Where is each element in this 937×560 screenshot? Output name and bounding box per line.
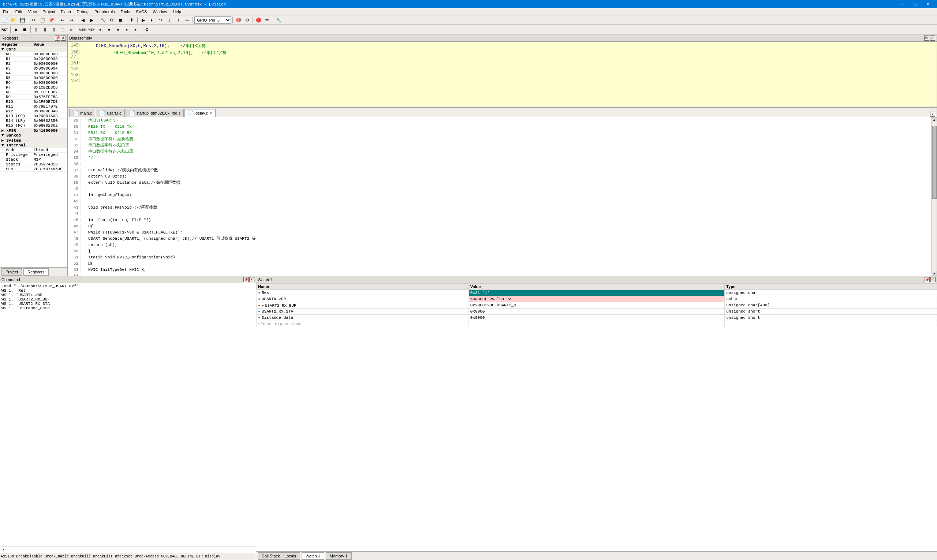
tb-settings[interactable]: ⚙ — [243, 16, 251, 24]
code-line-46[interactable]: 46□{ — [68, 223, 931, 229]
tb-new[interactable]: 📄 — [1, 16, 9, 24]
code-line-33[interactable]: 33串口数据字符2-戴口罩 — [68, 142, 931, 148]
tb-download[interactable]: ⬇ — [128, 16, 136, 24]
tab-main-c[interactable]: 📄 main.c — [69, 109, 95, 117]
tb2-b1[interactable]: {} — [32, 26, 40, 34]
code-line-51[interactable]: 51static void NVIC_Configuration(void) — [68, 254, 931, 260]
tb-stepover[interactable]: ↷ — [157, 16, 165, 24]
cmd-pin-btn[interactable]: 📌 — [243, 277, 249, 282]
scroll-down-btn[interactable]: ▼ — [932, 271, 937, 276]
tab-delay-c[interactable]: 📄 delay.c ✕ — [185, 109, 215, 117]
scroll-up-btn[interactable]: ▲ — [932, 117, 937, 122]
code-line-30[interactable]: 30PB10 TX -- K210 TX — [68, 123, 931, 129]
menu-debug[interactable]: Debug — [74, 8, 91, 15]
reg-group-banked[interactable]: ▼ Banked — [0, 133, 67, 138]
tb2-run2[interactable]: ▶ — [12, 26, 20, 34]
code-line-31[interactable]: 31PB11 RX -- K210 RX — [68, 129, 931, 136]
watch-pin-btn[interactable]: 📌 — [925, 277, 930, 282]
tb2-b4[interactable]: {} — [58, 26, 67, 34]
code-line-47[interactable]: 47 while (!(USART1->SR & USART_FLAG_TXE)… — [68, 229, 931, 235]
code-line-29[interactable]: 29串口3(USART3) — [68, 117, 931, 123]
tb-stop[interactable]: ⏹ — [116, 16, 125, 24]
tab-call-stack-locals[interactable]: Call Stack + Locals — [258, 552, 300, 560]
tb-target[interactable]: 🎯 — [234, 16, 242, 24]
code-line-53[interactable]: 53 NVIC_InitTypeDef NVIC_X; — [68, 266, 931, 273]
tb-breakpoints[interactable]: 🔴 — [254, 16, 262, 24]
close-button[interactable]: ✕ — [922, 0, 934, 8]
tb2-stop2[interactable]: ⏹ — [21, 26, 29, 34]
tab-project[interactable]: Project — [2, 268, 22, 275]
tab-watch-1[interactable]: Watch 1 — [302, 552, 324, 560]
tab-delay-close[interactable]: ✕ — [209, 111, 212, 115]
tb2-b5[interactable]: ▷ — [67, 26, 75, 34]
gpio-combo[interactable]: GPIO_Pin_3 — [194, 17, 231, 24]
tb2-b3[interactable]: {} — [50, 26, 58, 34]
tb-runtocursor[interactable]: ⇒ — [183, 16, 191, 24]
tb2-disp3[interactable]: ■ — [114, 26, 122, 34]
menu-svcs[interactable]: SVCS — [133, 8, 150, 15]
tb-build[interactable]: 🔨 — [99, 16, 107, 24]
menu-flash[interactable]: Flash — [58, 8, 74, 15]
tb2-disp[interactable]: ■ — [96, 26, 104, 34]
code-line-35[interactable]: 35*/ — [68, 154, 931, 161]
registers-pin-btn[interactable]: 📌 — [55, 35, 60, 41]
tb2-mem[interactable]: MEM — [79, 26, 87, 34]
tb-wrench[interactable]: 🔧 — [274, 16, 283, 24]
code-line-40[interactable]: 40 — [68, 186, 931, 192]
registers-close-btn[interactable]: ✕ — [61, 35, 66, 41]
tb2-rst[interactable]: RST — [1, 26, 9, 34]
code-line-42[interactable]: 42 — [68, 198, 931, 204]
tb-rebuild[interactable]: ⚙ — [108, 16, 115, 24]
code-line-52[interactable]: 52□{ — [68, 260, 931, 266]
reg-group-internal[interactable]: ▼ Internal — [0, 143, 67, 148]
disasm-close-btn[interactable]: ✕ — [930, 35, 935, 41]
command-input[interactable] — [6, 548, 254, 552]
code-lines-container[interactable]: 29串口3(USART3)30PB10 TX -- K210 TX31PB11 … — [68, 117, 931, 276]
watch-cell-value[interactable]: 0x0000 — [469, 309, 725, 315]
watch-cell-value[interactable]: 0x200012B0 USART2_R... — [469, 302, 725, 309]
tb-copy[interactable]: 📋 — [38, 16, 46, 24]
watch-cell-value[interactable]: 0x31 '1' — [469, 290, 725, 296]
code-line-54[interactable]: 54 — [68, 273, 931, 276]
tb2-disp2[interactable]: ■ — [105, 26, 113, 34]
code-vscroll[interactable]: ▲ ▼ — [931, 117, 937, 276]
tb-redo[interactable]: ↪ — [67, 16, 75, 24]
code-panel-close-btn[interactable]: ✕ — [930, 112, 935, 117]
tb-run[interactable]: ⏵ — [148, 16, 156, 24]
tb-fwd[interactable]: ▶ — [88, 16, 95, 24]
menu-window[interactable]: Window — [150, 8, 170, 15]
code-line-43[interactable]: 43void press_FR(void);//匹配指纹 — [68, 204, 931, 211]
code-line-49[interactable]: 49 return (ch); — [68, 242, 931, 248]
cmd-close-btn[interactable]: ✕ — [249, 277, 254, 282]
code-line-50[interactable]: 50} — [68, 248, 931, 254]
disasm-float-btn[interactable]: ⇱ — [924, 35, 929, 41]
maximize-button[interactable]: □ — [909, 0, 921, 8]
tb2-disp5[interactable]: ■ — [131, 26, 140, 34]
code-line-39[interactable]: 39extern vu16 Distance_data;//保存测距数据 — [68, 179, 931, 186]
code-line-45[interactable]: 45int fputc(int ch, FILE *f) — [68, 217, 931, 223]
reg-group-core[interactable]: ▼ Core — [0, 47, 67, 52]
code-line-37[interactable]: 37u16 ValidN; //模块内有效模板个数 — [68, 167, 931, 173]
tb-open[interactable]: 📂 — [9, 16, 18, 24]
tb2-b2[interactable]: {} — [41, 26, 49, 34]
tb-stepout[interactable]: ↑ — [174, 16, 182, 24]
menu-edit[interactable]: Edit — [12, 8, 25, 15]
tb2-more[interactable]: ⚙ — [143, 26, 151, 34]
menu-help[interactable]: Help — [170, 8, 184, 15]
menu-peripherals[interactable]: Peripherals — [91, 8, 118, 15]
watch-cell-name[interactable]: <Enter expression> — [257, 321, 469, 327]
code-line-41[interactable]: 41int gwChangflag=0; — [68, 192, 931, 198]
tb-undo[interactable]: ↩ — [58, 16, 67, 24]
tab-memory-1[interactable]: Memory 1 — [326, 552, 352, 560]
reg-group-system[interactable]: ▶ System — [0, 138, 67, 143]
tb-watch[interactable]: 👁 — [263, 16, 271, 24]
minimize-button[interactable]: ─ — [896, 0, 908, 8]
code-line-34[interactable]: 34串口数据字符3-未戴口罩 — [68, 148, 931, 154]
watch-close-btn[interactable]: ✕ — [931, 277, 935, 282]
tb2-mem2[interactable]: MEM — [88, 26, 95, 34]
watch-name-text[interactable]: <Enter expression> — [258, 322, 302, 326]
code-line-36[interactable]: 36 — [68, 161, 931, 167]
scroll-thumb[interactable] — [932, 126, 937, 199]
tb-back[interactable]: ◀ — [79, 16, 87, 24]
code-line-38[interactable]: 38extern u8 U2res; — [68, 173, 931, 179]
